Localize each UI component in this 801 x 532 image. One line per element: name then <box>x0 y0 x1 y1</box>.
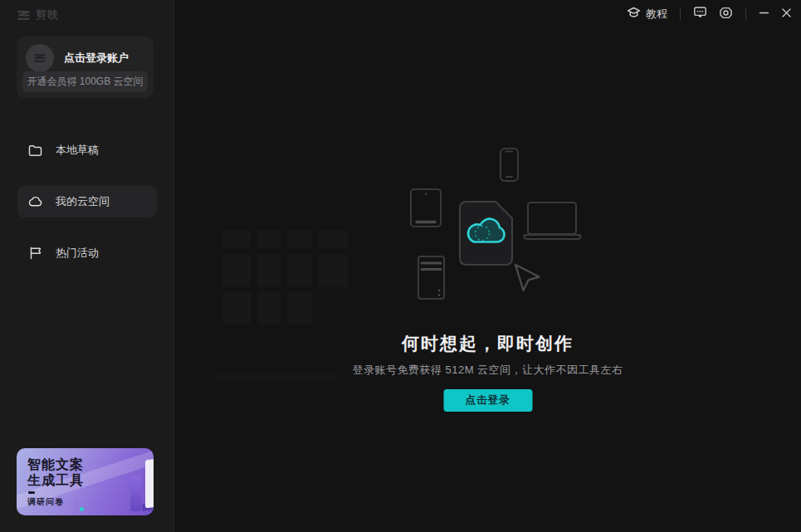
avatar <box>26 44 54 72</box>
book-pillar <box>130 476 141 511</box>
member-promo-badge[interactable]: 开通会员得 100GB 云空间 <box>22 71 148 92</box>
book-front-cover: Tt <box>145 456 154 509</box>
sidebar-item-label: 热门活动 <box>56 246 99 261</box>
sidebar-nav: 本地草稿 我的云空间 热门活动 <box>0 129 174 274</box>
capcut-logo-icon <box>17 10 31 21</box>
main-content: 何时想起，即时创作 登录账号免费获得 512M 云空间，让大作不因工具左右 点击… <box>174 0 801 532</box>
banner-subtitle: 调研问卷 <box>27 496 84 508</box>
cloud-file-icon <box>460 202 512 265</box>
login-account-card[interactable]: 点击登录账户 开通会员得 100GB 云空间 <box>17 37 154 98</box>
smart-copywriting-banner[interactable]: 智能文案 生成工具 调研问卷 Tt <box>17 448 154 515</box>
tablet-icon <box>411 189 441 227</box>
banner-title-line1: 智能文案 <box>27 456 84 472</box>
phone-icon <box>501 149 518 181</box>
page-subtitle: 登录账号免费获得 512M 云空间，让大作不因工具左右 <box>174 363 801 378</box>
app-logo: 剪映 <box>17 7 59 22</box>
cursor-icon <box>515 265 540 290</box>
desktop-tower-icon <box>418 256 444 299</box>
sidebar-item-label: 我的云空间 <box>56 194 110 209</box>
sidebar-item-local-drafts[interactable]: 本地草稿 <box>17 134 157 166</box>
flag-icon <box>28 246 42 261</box>
click-login-button[interactable]: 点击登录 <box>443 389 532 412</box>
folder-icon <box>28 144 42 158</box>
laptop-icon <box>524 203 580 239</box>
app-title: 剪映 <box>36 7 59 22</box>
banner-title-line2: 生成工具 <box>27 472 84 488</box>
banner-dash <box>28 491 35 494</box>
sidebar-item-hot-activities[interactable]: 热门活动 <box>17 237 157 269</box>
banner-text: 智能文案 生成工具 调研问卷 <box>27 456 84 508</box>
capcut-logo-icon <box>33 53 46 63</box>
app-window: 剪映 点击登录账户 开通会员得 100GB 云空间 本地草 <box>0 0 801 532</box>
page-title: 何时想起，即时创作 <box>174 332 801 355</box>
sidebar-item-label: 本地草稿 <box>56 143 99 158</box>
cloud-icon <box>28 195 42 209</box>
sidebar: 剪映 点击登录账户 开通会员得 100GB 云空间 本地草 <box>0 0 174 532</box>
cloud-devices-illustration <box>379 133 595 315</box>
sidebar-item-my-cloud-space[interactable]: 我的云空间 <box>17 186 157 217</box>
banner-accent-dot <box>80 507 84 511</box>
login-card-title: 点击登录账户 <box>64 51 129 66</box>
